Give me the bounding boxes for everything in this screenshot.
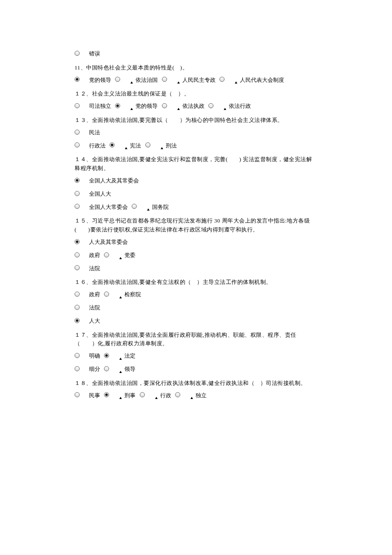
radio-icon bbox=[104, 252, 109, 257]
q13-opt-d[interactable]: 刑法 bbox=[145, 142, 177, 150]
q14-opt-d[interactable]: 国务院 bbox=[132, 203, 169, 212]
opt-label: 政府 bbox=[89, 290, 100, 299]
q11-opt-d[interactable]: 人民代表大会制度 bbox=[219, 76, 284, 85]
q14-opt-a[interactable]: 全国人大及其常委会 bbox=[75, 176, 139, 185]
q18-opt-c[interactable]: 行政 bbox=[140, 391, 171, 400]
q16-opt-c[interactable]: 法院 bbox=[75, 304, 100, 312]
bullet-icon bbox=[177, 108, 180, 110]
q13-text: １３、全面推动依法治国,要完善以（ ）为核心的中国特色社会主义法律体系。 bbox=[75, 116, 317, 125]
opt-label: 独立 bbox=[196, 391, 207, 400]
q13-opt-b[interactable]: 行政法 bbox=[75, 142, 106, 150]
q16-row1: 政府 检察院 bbox=[75, 290, 317, 299]
q15-opt-a[interactable]: 人大及其常委会 bbox=[75, 238, 128, 247]
radio-icon bbox=[162, 103, 167, 108]
q17-opt-b[interactable]: 法定 bbox=[104, 352, 135, 361]
q18-options: 民事 刑事 行政 独立 bbox=[75, 391, 317, 400]
bullet-icon bbox=[130, 108, 133, 110]
opt-label: 全国人大及其常委会 bbox=[89, 176, 139, 185]
bullet-icon bbox=[119, 257, 122, 259]
q11-opt-c[interactable]: 人民民主专政 bbox=[162, 76, 216, 85]
q17-opt-c[interactable]: 细分 bbox=[75, 365, 100, 374]
opt-label: 法定 bbox=[124, 352, 135, 361]
opt-label: 刑法 bbox=[166, 142, 177, 150]
q11-opt-a[interactable]: 党的领导 bbox=[75, 76, 111, 85]
radio-icon bbox=[115, 77, 120, 82]
q15-text: １５、习近平总书记在首都各界纪念现行宪法发布施行 30 周年大会上的发言中指出:… bbox=[75, 217, 317, 234]
opt-label: 错误 bbox=[89, 49, 100, 58]
opt-label: 法院 bbox=[89, 304, 100, 312]
radio-icon bbox=[140, 392, 145, 397]
q15-row3: 法院 bbox=[75, 264, 317, 273]
q10-opt-b[interactable]: 错误 bbox=[75, 49, 100, 58]
opt-label: 明确 bbox=[89, 352, 100, 361]
q15-opt-c[interactable]: 党委 bbox=[104, 251, 135, 260]
q12-opt-c[interactable]: 依法执政 bbox=[162, 102, 205, 111]
q15-row1: 人大及其常委会 bbox=[75, 238, 317, 247]
radio-icon bbox=[75, 51, 80, 56]
bullet-icon bbox=[125, 147, 127, 149]
bullet-icon bbox=[177, 81, 180, 84]
q18-opt-d[interactable]: 独立 bbox=[175, 391, 207, 400]
q13-row2: 行政法 宪法 刑法 bbox=[75, 142, 317, 150]
q12-opt-a[interactable]: 司法独立 bbox=[75, 102, 111, 111]
opt-label: 依法行政 bbox=[229, 102, 251, 111]
opt-label: 党委 bbox=[124, 251, 135, 260]
opt-label: 国务院 bbox=[152, 203, 169, 212]
radio-icon bbox=[75, 191, 80, 196]
q15-opt-b[interactable]: 政府 bbox=[75, 251, 100, 260]
q14-row2: 全国人大 bbox=[75, 190, 317, 199]
radio-icon bbox=[132, 204, 137, 209]
q13-opt-c[interactable]: 宪法 bbox=[110, 142, 141, 150]
opt-label: 检察院 bbox=[124, 290, 141, 299]
q18-text: １８、全面推动依法治国，要深化行政执法体制改革,健全行政执法和（ ）司法衔接机制… bbox=[75, 379, 317, 388]
q12-text: １２、社会主义法治最主线的保证是（ ）。 bbox=[75, 90, 317, 98]
q11-opt-b[interactable]: 依法治国 bbox=[115, 76, 158, 85]
bullet-icon bbox=[130, 81, 133, 84]
opt-label: 党的领导 bbox=[135, 102, 158, 111]
q15-opt-d[interactable]: 法院 bbox=[75, 264, 100, 273]
radio-icon bbox=[75, 130, 80, 135]
radio-icon bbox=[75, 77, 80, 82]
q18-opt-a[interactable]: 民事 bbox=[75, 391, 100, 400]
opt-label: 依法治国 bbox=[135, 76, 158, 85]
radio-icon bbox=[75, 392, 80, 397]
opt-label: 刑事 bbox=[124, 391, 135, 400]
bullet-icon bbox=[119, 371, 122, 373]
opt-label: 全国人大常委会 bbox=[89, 203, 128, 212]
q18-opt-b[interactable]: 刑事 bbox=[104, 391, 135, 400]
radio-icon bbox=[75, 178, 80, 183]
opt-label: 领导 bbox=[124, 365, 135, 374]
q14-opt-c[interactable]: 全国人大常委会 bbox=[75, 203, 128, 212]
q16-row3: 人大 bbox=[75, 317, 317, 326]
q14-opt-b[interactable]: 全国人大 bbox=[75, 190, 111, 199]
radio-icon bbox=[75, 366, 80, 371]
radio-icon bbox=[75, 353, 80, 358]
bullet-icon bbox=[147, 208, 150, 211]
radio-icon bbox=[75, 142, 80, 147]
q16-opt-b[interactable]: 检察院 bbox=[104, 290, 141, 299]
radio-icon bbox=[104, 292, 109, 297]
opt-label: 宪法 bbox=[130, 142, 141, 150]
q16-text: １６、全面推动依法治国,要健全有立法权的（ ）主导立法工作的体制机制。 bbox=[75, 278, 317, 287]
radio-icon bbox=[75, 292, 80, 297]
radio-icon bbox=[75, 204, 80, 209]
radio-icon bbox=[75, 239, 80, 244]
radio-icon bbox=[110, 142, 115, 147]
opt-label: 民法 bbox=[89, 128, 100, 137]
q17-opt-d[interactable]: 领导 bbox=[104, 365, 135, 374]
q13-opt-a[interactable]: 民法 bbox=[75, 128, 100, 137]
bullet-icon bbox=[190, 397, 193, 399]
q17-opt-a[interactable]: 明确 bbox=[75, 352, 100, 361]
q17-row2: 细分 领导 bbox=[75, 365, 317, 374]
q12-opt-b[interactable]: 党的领导 bbox=[115, 102, 158, 111]
q16-opt-d[interactable]: 人大 bbox=[75, 317, 100, 326]
q14-row3: 全国人大常委会 国务院 bbox=[75, 203, 317, 212]
q11-text: 11、中国特色社会主义最本质的特性是( )。 bbox=[75, 64, 317, 72]
opt-label: 政府 bbox=[89, 251, 100, 260]
q16-opt-a[interactable]: 政府 bbox=[75, 290, 100, 299]
q12-opt-d[interactable]: 依法行政 bbox=[208, 102, 251, 111]
q17-text: １７、全面推动依法治国,要依法全面履行政府职能,推动机构、职能、权限、程序、责任… bbox=[75, 331, 317, 349]
radio-icon bbox=[175, 392, 180, 397]
opt-label: 党的领导 bbox=[89, 76, 111, 85]
q12-options: 司法独立 党的领导 依法执政 依法行政 bbox=[75, 102, 317, 111]
